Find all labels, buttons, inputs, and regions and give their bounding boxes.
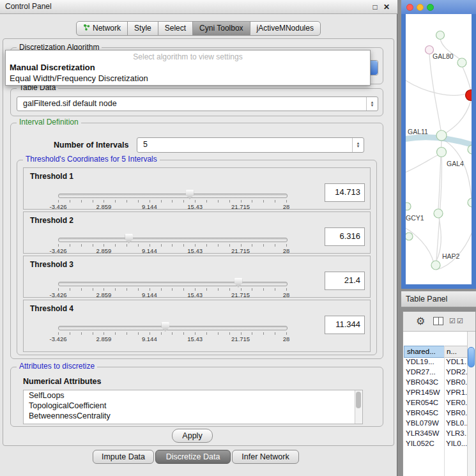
- table-panel-window: ⚙ ☑ ☑ shared... n... YDL19...YDL1... YDR…: [403, 311, 476, 476]
- threshold-value-field[interactable]: 14.713: [325, 183, 365, 202]
- tab-network[interactable]: Network: [76, 21, 128, 36]
- network-node[interactable]: [468, 198, 472, 207]
- tab-style[interactable]: Style: [127, 21, 158, 36]
- threshold-label: Threshold 2: [30, 216, 73, 225]
- table-row[interactable]: YDR27...YDR2...: [403, 367, 468, 377]
- slider-track[interactable]: [58, 282, 288, 286]
- slider-track[interactable]: [58, 194, 288, 198]
- threshold-value-field[interactable]: 6.316: [325, 227, 365, 246]
- close-traffic-light-icon[interactable]: [406, 4, 413, 11]
- slider-tick-labels: -3.4262.8599.14415.4321.71528: [58, 291, 286, 298]
- numerical-attributes-list: SelfLoops TopologicalCoefficient Between…: [23, 390, 363, 424]
- slider-tick-labels: -3.4262.8599.14415.4321.71528: [58, 335, 286, 342]
- threshold-slider[interactable]: -3.4262.8599.14415.4321.71528: [58, 278, 286, 297]
- close-window-icon[interactable]: ✕: [381, 2, 392, 12]
- table-row[interactable]: YIL052CYIL0...: [403, 438, 468, 449]
- tab-select[interactable]: Select: [158, 21, 193, 36]
- table-row[interactable]: YDL19...YDL1...: [403, 357, 468, 367]
- control-panel-titlebar: Control Panel: [0, 0, 397, 14]
- table-scrollbar-thumb[interactable]: [468, 347, 475, 367]
- threshold-value-field[interactable]: 21.4: [325, 272, 365, 290]
- network-node[interactable]: [437, 148, 447, 157]
- threshold-label: Threshold 1: [30, 172, 73, 181]
- zoom-traffic-light-icon[interactable]: [427, 4, 434, 11]
- tab-discretize-data[interactable]: Discretize Data: [155, 450, 231, 464]
- node-label: GAL80: [433, 52, 454, 60]
- slider-tick-labels: -3.4262.8599.14415.4321.71528: [58, 203, 286, 210]
- network-node[interactable]: [406, 203, 411, 210]
- table-panel-title: Table Panel: [406, 295, 447, 303]
- network-icon: [83, 22, 90, 35]
- number-of-intervals-value: 5: [137, 138, 352, 152]
- threshold-slider[interactable]: -3.4262.8599.14415.4321.71528: [58, 234, 286, 253]
- top-tab-bar: Network Style Select Cyni Toolbox jActiv…: [0, 21, 397, 36]
- network-node[interactable]: [436, 31, 445, 40]
- slider-track[interactable]: [58, 238, 288, 242]
- slider-track[interactable]: [58, 326, 288, 330]
- threshold-value-field[interactable]: 11.344: [325, 316, 365, 334]
- algorithm-option-manual[interactable]: Manual Discretization: [10, 63, 95, 72]
- list-item[interactable]: TopologicalCoefficient: [24, 401, 362, 411]
- list-item[interactable]: BetweennessCentrality: [24, 411, 362, 421]
- numerical-attributes-heading: Numerical Attributes: [23, 377, 101, 386]
- network-node[interactable]: [434, 209, 443, 218]
- node-table: shared... n... YDL19...YDL1... YDR27...Y…: [403, 331, 475, 476]
- combo-stepper-icon[interactable]: ▲▼: [352, 138, 364, 152]
- columns-icon[interactable]: [433, 317, 443, 325]
- tab-label: Network: [93, 22, 121, 35]
- restore-window-icon[interactable]: □: [370, 2, 380, 12]
- slider-ticks: [58, 332, 287, 335]
- table-row[interactable]: YBL079WYBL0...: [403, 418, 468, 428]
- table-panel-titlebar: Table Panel: [401, 291, 476, 307]
- algorithm-option-equal-width[interactable]: Equal Width/Frequency Discretization: [10, 73, 148, 83]
- tab-jactivemnodules[interactable]: jActiveMNodules: [250, 21, 321, 36]
- slider-tick-labels: -3.4262.8599.14415.4321.71528: [58, 247, 286, 254]
- threshold-panel: Threshold 3 -3.4262.8599.14415.4321.7152…: [23, 256, 371, 298]
- node-label: GAL11: [408, 128, 428, 135]
- table-row[interactable]: YPR145WYPR1...: [403, 387, 468, 397]
- gear-icon[interactable]: ⚙: [416, 315, 425, 327]
- node-label: GAL4: [447, 160, 464, 167]
- node-label: GCY1: [406, 214, 424, 222]
- minimize-traffic-light-icon[interactable]: [417, 4, 424, 11]
- control-panel-window: Control Panel □ ✕ Network Style Select C…: [0, 0, 397, 476]
- table-row[interactable]: YLR345WYLR3...: [403, 428, 468, 438]
- select-none-icon[interactable]: ☑: [457, 317, 463, 325]
- table-row[interactable]: YBR045CYBR0...: [403, 408, 468, 418]
- attributes-list-scrollbar[interactable]: [355, 390, 362, 424]
- threshold-slider[interactable]: -3.4262.8599.14415.4321.71528: [58, 322, 286, 341]
- screen: Control Panel □ ✕ Network Style Select C…: [0, 0, 476, 476]
- table-row[interactable]: YER054CYER0...: [403, 397, 468, 408]
- network-node[interactable]: [431, 261, 440, 270]
- threshold-label: Threshold 3: [30, 260, 73, 269]
- window-title: Control Panel: [5, 2, 52, 11]
- network-canvas[interactable]: GAL80 GAL11 GAL4 GCY1 HAP2: [406, 14, 472, 284]
- threshold-panel: Threshold 2 -3.4262.8599.14415.4321.7152…: [23, 211, 371, 254]
- tab-cyni-toolbox[interactable]: Cyni Toolbox: [192, 21, 250, 36]
- node-label: HAP2: [442, 252, 460, 260]
- table-data-combobox[interactable]: galFiltered.sif default node ▲▼: [17, 96, 378, 111]
- algorithm-dropdown-popup: Select algorithm to view settings Manual…: [5, 50, 371, 86]
- list-item[interactable]: SelfLoops: [24, 390, 362, 401]
- table-data-selected: galFiltered.sif default node: [17, 97, 366, 111]
- algorithm-popup-hint: Select algorithm to view settings: [6, 52, 370, 61]
- table-scrollbar[interactable]: [467, 332, 475, 476]
- slider-ticks: [58, 200, 287, 203]
- tab-infer-network[interactable]: Infer Network: [232, 450, 299, 464]
- table-row[interactable]: YBR043CYBR0...: [403, 377, 468, 387]
- selected-red-node[interactable]: [466, 90, 472, 101]
- attributes-group-title: Attributes to discretize: [17, 362, 97, 371]
- network-node[interactable]: [457, 58, 466, 67]
- network-node[interactable]: [406, 233, 413, 240]
- tab-impute-data[interactable]: Impute Data: [93, 450, 154, 464]
- threshold-panel: Threshold 1 -3.4262.8599.14415.4321.7152…: [23, 167, 371, 210]
- apply-button[interactable]: Apply: [172, 429, 213, 443]
- threshold-slider[interactable]: -3.4262.8599.14415.4321.71528: [58, 190, 286, 209]
- threshold-panel: Threshold 4 -3.4262.8599.14415.4321.7152…: [23, 300, 371, 352]
- select-all-icon[interactable]: ☑: [449, 317, 456, 325]
- thresholds-group-title: Threshold's Coordinates for 5 Intervals: [23, 155, 160, 164]
- network-node[interactable]: [436, 130, 447, 141]
- combo-stepper-icon[interactable]: ▲▼: [366, 97, 378, 111]
- number-of-intervals-combobox[interactable]: 5 ▲▼: [137, 137, 364, 153]
- interval-definition-group-title: Interval Definition: [17, 118, 81, 127]
